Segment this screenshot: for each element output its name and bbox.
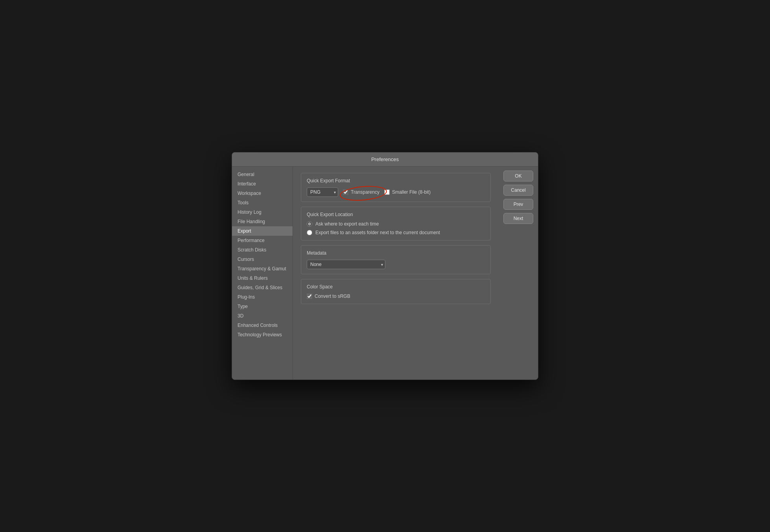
dialog-title: Preferences	[371, 156, 399, 162]
sidebar-item-tools[interactable]: Tools	[232, 198, 293, 207]
quick-export-location-label: Quick Export Location	[307, 212, 485, 217]
smaller-file-checkbox[interactable]	[384, 189, 390, 195]
quick-export-format-label: Quick Export Format	[307, 178, 485, 183]
quick-export-format-section: Quick Export Format PNG JPEG GIF SVG	[301, 173, 491, 202]
metadata-select[interactable]: None Copyright Copyright and Contact Inf…	[307, 260, 385, 269]
buttons-panel: OK Cancel Prev Next	[499, 167, 538, 380]
sidebar-item-enhanced-controls[interactable]: Enhanced Controls	[232, 321, 293, 330]
convert-srgb-checkbox[interactable]	[307, 294, 312, 299]
format-select[interactable]: PNG JPEG GIF SVG	[307, 187, 338, 197]
transparency-label: Transparency	[351, 189, 379, 195]
transparency-group: Transparency	[343, 189, 379, 195]
quick-export-location-section: Quick Export Location Ask where to expor…	[301, 207, 491, 240]
sidebar-item-plug-ins[interactable]: Plug-Ins	[232, 292, 293, 302]
sidebar-item-scratch-disks[interactable]: Scratch Disks	[232, 245, 293, 255]
format-select-wrapper[interactable]: PNG JPEG GIF SVG	[307, 187, 338, 197]
transparency-checkbox-label[interactable]: Transparency	[343, 189, 379, 195]
cancel-button[interactable]: Cancel	[503, 185, 533, 196]
dialog-body: GeneralInterfaceWorkspaceToolsHistory Lo…	[232, 167, 538, 380]
prev-button[interactable]: Prev	[503, 199, 533, 210]
sidebar-item-general[interactable]: General	[232, 170, 293, 179]
ask-where-radio[interactable]	[307, 221, 312, 227]
convert-srgb-text: Convert to sRGB	[315, 294, 350, 299]
assets-folder-radio-label[interactable]: Export files to an assets folder next to…	[307, 230, 485, 235]
sidebar-item-interface[interactable]: Interface	[232, 179, 293, 189]
title-bar: Preferences	[232, 152, 538, 167]
assets-folder-radio[interactable]	[307, 230, 312, 235]
assets-folder-label: Export files to an assets folder next to…	[315, 230, 440, 235]
sidebar: GeneralInterfaceWorkspaceToolsHistory Lo…	[232, 167, 293, 380]
transparency-checkbox[interactable]	[343, 189, 348, 195]
sidebar-item-history-log[interactable]: History Log	[232, 207, 293, 217]
metadata-section: Metadata None Copyright Copyright and Co…	[301, 245, 491, 274]
format-row: PNG JPEG GIF SVG Transparency	[307, 187, 485, 197]
preferences-dialog: Preferences GeneralInterfaceWorkspaceToo…	[232, 152, 538, 380]
ask-where-radio-label[interactable]: Ask where to export each time	[307, 221, 485, 227]
metadata-select-wrapper[interactable]: None Copyright Copyright and Contact Inf…	[307, 260, 385, 269]
smaller-file-label: Smaller File (8-bit)	[392, 189, 431, 195]
smaller-file-checkbox-label[interactable]: Smaller File (8-bit)	[384, 189, 431, 195]
sidebar-item-units-rulers[interactable]: Units & Rulers	[232, 273, 293, 283]
sidebar-item-workspace[interactable]: Workspace	[232, 189, 293, 198]
metadata-label: Metadata	[307, 250, 485, 256]
next-button[interactable]: Next	[503, 213, 533, 224]
sidebar-item-export[interactable]: Export	[232, 226, 293, 236]
color-space-label: Color Space	[307, 284, 485, 290]
main-content: Quick Export Format PNG JPEG GIF SVG	[293, 167, 499, 380]
sidebar-item-technology-previews[interactable]: Technology Previews	[232, 330, 293, 339]
sidebar-item-performance[interactable]: Performance	[232, 236, 293, 245]
sidebar-item-type[interactable]: Type	[232, 302, 293, 311]
sidebar-item-guides-grid-slices[interactable]: Guides, Grid & Slices	[232, 283, 293, 292]
ok-button[interactable]: OK	[503, 171, 533, 182]
sidebar-item-file-handling[interactable]: File Handling	[232, 217, 293, 226]
sidebar-item-3d[interactable]: 3D	[232, 311, 293, 321]
sidebar-item-cursors[interactable]: Cursors	[232, 255, 293, 264]
color-space-section: Color Space Convert to sRGB	[301, 279, 491, 304]
ask-where-label: Ask where to export each time	[315, 221, 379, 227]
convert-srgb-label[interactable]: Convert to sRGB	[307, 294, 485, 299]
sidebar-item-transparency-gamut[interactable]: Transparency & Gamut	[232, 264, 293, 273]
